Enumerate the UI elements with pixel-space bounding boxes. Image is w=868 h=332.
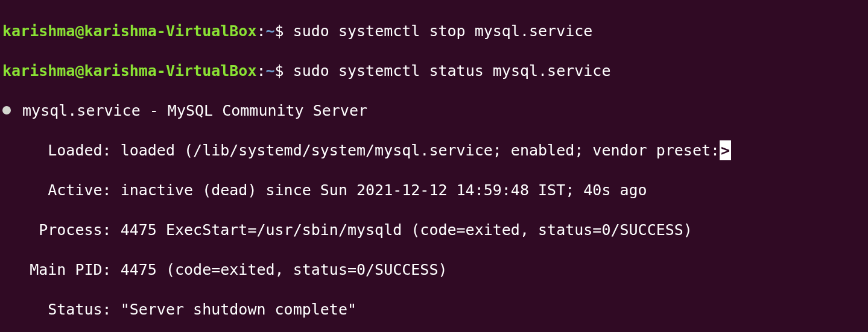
prompt-dollar: $ bbox=[275, 62, 293, 80]
prompt-userhost: karishma@karishma-VirtualBox bbox=[2, 62, 256, 80]
prompt-dollar: $ bbox=[275, 22, 293, 40]
entered-command: sudo systemctl status mysql.service bbox=[293, 62, 611, 80]
entered-command: sudo systemctl stop mysql.service bbox=[293, 22, 593, 40]
status-mainpid-line: Main PID: 4475 (code=exited, status=0/SU… bbox=[2, 260, 866, 280]
status-process-line: Process: 4475 ExecStart=/usr/sbin/mysqld… bbox=[2, 220, 866, 240]
status-unit-line: mysql.service - MySQL Community Server bbox=[2, 101, 866, 121]
status-dot-icon bbox=[2, 106, 11, 114]
status-loaded-line: Loaded: loaded (/lib/systemd/system/mysq… bbox=[2, 140, 866, 160]
prompt-userhost: karishma@karishma-VirtualBox bbox=[2, 22, 256, 40]
prompt-separator: : bbox=[256, 62, 265, 80]
unit-description: mysql.service - MySQL Community Server bbox=[13, 102, 367, 119]
status-status-line: Status: "Server shutdown complete" bbox=[2, 299, 866, 319]
command-line-2: karishma@karishma-VirtualBox:~$ sudo sys… bbox=[2, 61, 866, 81]
prompt-path: ~ bbox=[266, 22, 275, 40]
prompt-path: ~ bbox=[266, 62, 275, 80]
prompt-separator: : bbox=[256, 22, 265, 40]
command-line-1: karishma@karishma-VirtualBox:~$ sudo sys… bbox=[2, 21, 866, 41]
status-loaded: Loaded: loaded (/lib/systemd/system/mysq… bbox=[2, 142, 720, 159]
terminal[interactable]: karishma@karishma-VirtualBox:~$ sudo sys… bbox=[0, 0, 868, 332]
truncation-indicator: > bbox=[720, 140, 731, 160]
status-active-line: Active: inactive (dead) since Sun 2021-1… bbox=[2, 180, 866, 200]
